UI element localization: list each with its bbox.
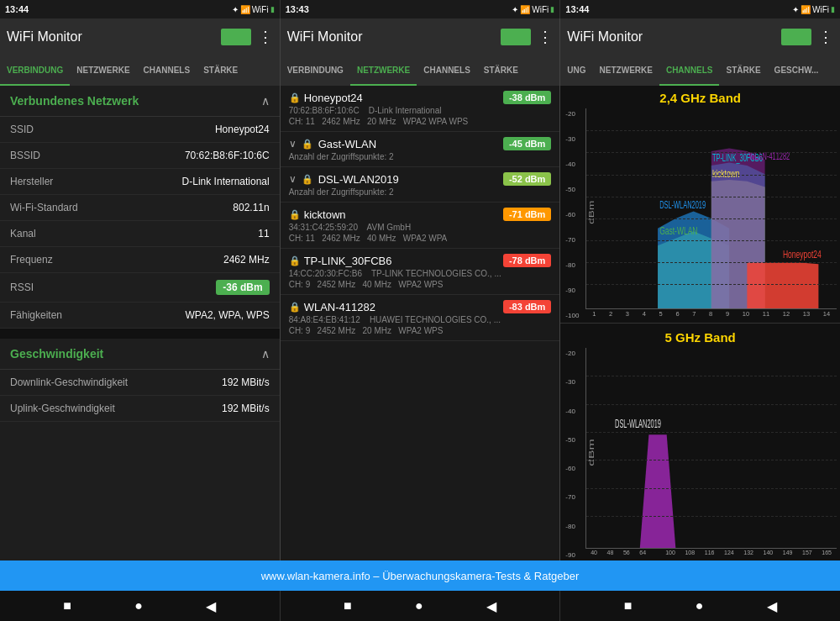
x-label: 7	[692, 310, 696, 320]
chevron-down-icon: ∨	[289, 138, 297, 150]
uplink-value: 192 MBit/s	[222, 403, 270, 414]
tab-staerke-2[interactable]: STÄRKE	[477, 55, 525, 86]
faehigkeiten-row: Fähigkeiten WPA2, WPA, WPS	[0, 303, 280, 329]
battery-icon-2: ▮	[550, 5, 554, 13]
back-button-1[interactable]: ■	[63, 598, 71, 613]
status-bar-2: 13:43 ✦ 📶 WiFi ▮	[281, 0, 561, 18]
x-label: 64	[639, 550, 646, 560]
tab-ung-3[interactable]: UNG	[560, 55, 592, 86]
list-item[interactable]: 🔒 TP-LINK_30FCB6 -78 dBm 14:CC:20:30:FC:…	[281, 249, 560, 295]
network-top: 🔒 kicktown -71 dBm	[289, 208, 552, 221]
frequenz-row: Frequenz 2462 MHz	[0, 247, 280, 273]
chart-inner-5: DSL-WLAN2019 dBm	[585, 348, 837, 549]
network-top: ∨ 🔒 Gast-WLAN -45 dBm	[289, 137, 552, 150]
ssid-row: SSID Honeypot24	[0, 117, 280, 143]
list-item[interactable]: 🔒 kicktown -71 dBm 34:31:C4:25:59:20 AVM…	[281, 203, 560, 249]
ssid-value: Honeypot24	[215, 124, 270, 135]
list-item[interactable]: 🔒 Honeypot24 -38 dBm 70:62:B8:6F:10:6C D…	[281, 86, 560, 132]
time-3: 13:44	[565, 4, 589, 14]
network-top: ∨ 🔒 DSL-WLAN2019 -52 dBm	[289, 172, 552, 186]
tab-verbindung-2[interactable]: VERBINDUNG	[281, 55, 350, 86]
y-label: -70	[565, 493, 584, 501]
home-button-3[interactable]: ●	[696, 598, 704, 613]
expand-row: ∨ 🔒 DSL-WLAN2019	[289, 173, 399, 186]
y-label: -50	[565, 186, 584, 193]
banner-text: www.wlan-kamera.info – Überwachungskamer…	[261, 570, 580, 582]
uplink-row: Uplink-Geschwindigkeit 192 MBit/s	[0, 396, 280, 422]
rssi-label: RSSI	[10, 282, 34, 293]
back-button-3[interactable]: ■	[624, 598, 633, 613]
list-item[interactable]: ∨ 🔒 Gast-WLAN -45 dBm Anzahl der Zugriff…	[281, 132, 560, 167]
tab-staerke-1[interactable]: STÄRKE	[197, 55, 244, 86]
tab-geschw-3[interactable]: GESCHW...	[768, 55, 826, 86]
y-label: -30	[565, 378, 584, 386]
chart-divider	[560, 323, 840, 324]
x-label: 116	[705, 550, 715, 560]
menu-button-1[interactable]: ⋮	[258, 28, 273, 46]
rssi-row: RSSI -36 dBm	[0, 273, 280, 303]
network-meta-2: CH: 9 2452 MHz 20 MHz WPA2 WPS	[289, 326, 552, 335]
band-24-chart-area: -20 -30 -40 -50 -60 -70 -80 -90 -100	[564, 108, 837, 321]
grid-line	[586, 130, 837, 131]
back-button-2[interactable]: ■	[344, 598, 352, 613]
y-label: -20	[565, 350, 584, 357]
network-meta: 84:A8:E4:EB:41:12 HUAWEI TECHNOLOGIES CO…	[289, 315, 552, 324]
security-meta: WPA2 WPS	[398, 280, 443, 289]
band-24-section: 2,4 GHz Band -20 -30 -40 -50 -60 -70 -80…	[560, 86, 840, 321]
kanal-row: Kanal 11	[0, 221, 280, 247]
network-meta: 14:CC:20:30:FC:B6 TP-LINK TECHNOLOGIES C…	[289, 269, 552, 278]
home-button-1[interactable]: ●	[134, 598, 143, 613]
lock-icon: 🔒	[289, 92, 301, 103]
tab-verbindung-1[interactable]: VERBINDUNG	[0, 55, 70, 86]
tab-channels-1[interactable]: CHANNELS	[137, 55, 197, 86]
vendor-meta: TP-LINK TECHNOLOGIES CO., ...	[371, 269, 501, 278]
ap-count-text: Anzahl der Zugriffspunkte: 2	[289, 187, 394, 197]
network-name-text: DSL-WLAN2019	[318, 173, 399, 186]
status-icons-2: ✦ 📶 WiFi ▮	[512, 5, 554, 14]
list-item[interactable]: ∨ 🔒 DSL-WLAN2019 -52 dBm Anzahl der Zugr…	[281, 167, 560, 203]
tab-netzwerke-1[interactable]: NETZWERKE	[70, 55, 136, 86]
y-label: -40	[565, 161, 584, 168]
y-label: -70	[565, 236, 584, 244]
grid-line	[586, 404, 837, 405]
network-top: 🔒 Honeypot24 -38 dBm	[289, 91, 552, 104]
tab-netzwerke-3[interactable]: NETZWERKE	[593, 55, 659, 86]
network-meta-2: CH: 11 2462 MHz 20 MHz WPA2 WPA WPS	[289, 117, 552, 126]
tab-channels-3[interactable]: CHANNELS	[659, 55, 720, 86]
tab-staerke-3[interactable]: STÄRKE	[719, 55, 767, 86]
menu-button-2[interactable]: ⋮	[538, 28, 553, 46]
home-button-2[interactable]: ●	[415, 598, 423, 613]
x-label: 5	[659, 310, 663, 320]
bssid-meta: 14:CC:20:30:FC:B6	[289, 269, 362, 278]
y-label: -40	[565, 408, 584, 415]
width-meta: 20 MHz	[363, 326, 391, 335]
recents-button-2[interactable]: ◀	[486, 598, 496, 614]
x-label: 149	[783, 550, 793, 560]
connection-panel: Verbundenes Netzwerk ∧ SSID Honeypot24 B…	[0, 86, 281, 560]
band-5-section: 5 GHz Band -20 -30 -40 -50 -60 -70 -80 -…	[560, 325, 840, 560]
network-name: 🔒 WLAN-411282	[289, 301, 375, 313]
status-bars: 13:44 ✦ 📶 WiFi ▮ 13:43 ✦ 📶 WiFi ▮ 13:44 …	[0, 0, 840, 18]
wifi-standard-row: Wi-Fi-Standard 802.11n	[0, 195, 280, 221]
x-label: 165	[822, 550, 832, 560]
x-label: 140	[764, 550, 774, 560]
section-spacer	[0, 329, 280, 339]
grid-line	[586, 175, 837, 176]
wifi-icon-3: WiFi	[812, 5, 829, 14]
x-label: 13	[803, 310, 810, 320]
list-item[interactable]: 🔒 WLAN-411282 -83 dBm 84:A8:E4:EB:41:12 …	[281, 295, 560, 341]
lock-icon: 🔒	[289, 255, 301, 266]
network-name-text: Honeypot24	[304, 92, 363, 104]
menu-button-3[interactable]: ⋮	[818, 28, 833, 46]
y-label: -80	[565, 261, 584, 269]
lock-icon: 🔒	[289, 209, 301, 220]
channel-meta: CH: 9	[289, 280, 311, 289]
recents-button-3[interactable]: ◀	[767, 598, 777, 614]
tab-channels-2[interactable]: CHANNELS	[417, 55, 477, 86]
time-2: 13:43	[286, 4, 309, 14]
downlink-label: Downlink-Geschwindigkeit	[10, 376, 128, 388]
x-axis-5: 40 48 56 64 100 108 116 124 132 140 149 …	[585, 549, 837, 560]
grid-line	[586, 460, 837, 460]
tab-netzwerke-2[interactable]: NETZWERKE	[350, 55, 417, 86]
recents-button-1[interactable]: ◀	[206, 598, 216, 614]
